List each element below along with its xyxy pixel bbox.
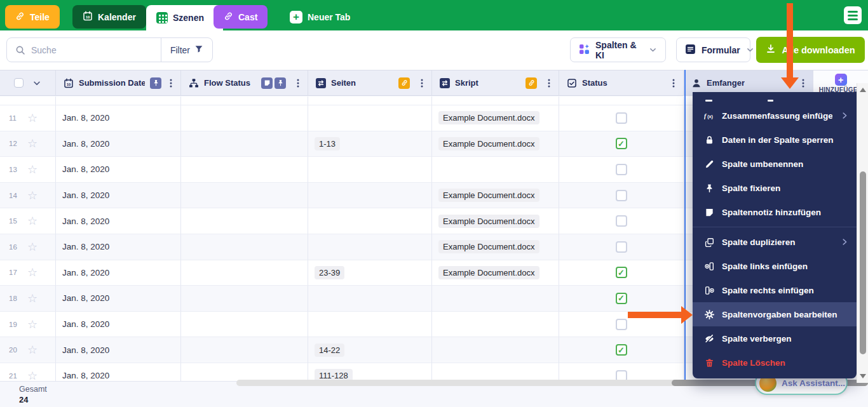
star-icon[interactable]: ☆: [27, 241, 37, 253]
cell-submission-date[interactable]: Jan. 8, 2020: [56, 337, 181, 363]
cell-submission-date[interactable]: Jan. 8, 2020: [56, 234, 181, 260]
status-checkbox-unchecked[interactable]: [616, 319, 627, 330]
star-icon[interactable]: ☆: [27, 190, 37, 201]
header-flow-status[interactable]: Flow Status: [181, 70, 308, 95]
columns-ai-button[interactable]: Spalten & KI: [570, 37, 666, 62]
cell-submission-date[interactable]: Jan. 8, 2020: [56, 312, 181, 338]
menu-item-spalte-verbergen[interactable]: Spalte verbergen: [693, 326, 857, 350]
cell-flow-status[interactable]: [181, 312, 308, 338]
menu-item-spalte-fixieren[interactable]: Spalte fixieren: [693, 176, 857, 200]
cell-submission-date[interactable]: Jan. 8, 2020: [56, 208, 181, 234]
tab-neuer-tab[interactable]: + Neuer Tab: [280, 5, 360, 29]
cell-flow-status[interactable]: [181, 208, 308, 234]
column-menu-dots-icon[interactable]: [294, 78, 302, 88]
status-checkbox-checked[interactable]: ✓: [616, 344, 627, 356]
menu-item-daten-in-der-spalte-sperren[interactable]: Daten in der Spalte sperren: [693, 128, 857, 152]
vertical-scrollbar[interactable]: [857, 83, 868, 383]
cell-skript[interactable]: Example Document.docx: [432, 183, 559, 209]
column-menu-dots-icon[interactable]: [669, 78, 678, 88]
select-all-checkbox[interactable]: [14, 78, 24, 88]
tab-szenen[interactable]: Szenen: [146, 5, 223, 30]
star-icon[interactable]: ☆: [27, 112, 37, 124]
search-input[interactable]: [31, 45, 161, 55]
filter-button[interactable]: Filter: [161, 38, 212, 62]
cell-flow-status[interactable]: [181, 337, 308, 363]
cell-flow-status[interactable]: [181, 183, 308, 209]
cell-seiten[interactable]: [308, 157, 432, 183]
header-submission-date[interactable]: 10 Submission Date: [56, 70, 181, 95]
menu-item-spalte-rechts-einf-gen[interactable]: Spalte rechts einfügen: [693, 278, 857, 302]
cell-submission-date[interactable]: Jan. 8, 2020: [56, 131, 181, 157]
cell-seiten[interactable]: [308, 208, 432, 234]
chevron-down-icon[interactable]: [32, 79, 41, 88]
status-checkbox-checked[interactable]: ✓: [616, 267, 627, 278]
vertical-scrollbar-thumb[interactable]: [860, 171, 866, 354]
menu-item-spaltenvorgaben-bearbeiten[interactable]: Spaltenvorgaben bearbeiten: [693, 302, 857, 326]
menu-item-spaltennotiz-hinzuf-gen[interactable]: Spaltennotiz hinzufügen: [693, 200, 857, 224]
star-icon[interactable]: ☆: [27, 319, 37, 330]
form-button[interactable]: Formular: [676, 37, 750, 62]
status-checkbox-unchecked[interactable]: [616, 164, 627, 175]
star-icon[interactable]: ☆: [27, 138, 37, 149]
tab-teile[interactable]: Teile: [5, 5, 60, 29]
cell-seiten[interactable]: 1-13: [308, 131, 432, 157]
column-menu-dots-icon[interactable]: [166, 78, 175, 88]
scroll-up-arrow-icon[interactable]: [860, 88, 866, 92]
cell-flow-status[interactable]: [181, 260, 308, 286]
cell-seiten[interactable]: [308, 286, 432, 312]
cell-seiten[interactable]: [308, 234, 432, 260]
column-menu-dots-icon[interactable]: [545, 78, 553, 88]
cell-submission-date[interactable]: Jan. 8, 2020: [56, 260, 181, 286]
status-checkbox-checked[interactable]: ✓: [616, 293, 627, 304]
cell-submission-date[interactable]: Jan. 8, 2020: [56, 157, 181, 183]
header-skript[interactable]: Skript: [432, 70, 559, 95]
cell-submission-date[interactable]: Jan. 8, 2020: [56, 183, 181, 209]
cell-flow-status[interactable]: [181, 105, 308, 131]
tab-kalender[interactable]: 10 Kalender: [72, 5, 146, 29]
header-status[interactable]: Status: [559, 70, 684, 95]
cell-flow-status[interactable]: [181, 234, 308, 260]
scroll-down-arrow-icon[interactable]: [860, 374, 866, 378]
menu-item-partial[interactable]: [693, 92, 857, 103]
cell-flow-status[interactable]: [181, 157, 308, 183]
cell-skript[interactable]: Example Document.docx: [432, 208, 559, 234]
star-icon[interactable]: ☆: [27, 370, 37, 382]
cell-skript[interactable]: Example Document.docx: [432, 234, 559, 260]
cell-seiten[interactable]: [308, 312, 432, 338]
status-checkbox-unchecked[interactable]: [616, 190, 627, 201]
cell-seiten[interactable]: 23-39: [308, 260, 432, 286]
status-checkbox-unchecked[interactable]: [616, 241, 627, 253]
star-icon[interactable]: ☆: [27, 215, 37, 227]
cell-skript[interactable]: [432, 157, 559, 183]
column-menu-dots-icon[interactable]: [799, 78, 808, 88]
menu-item-spalte-links-einf-gen[interactable]: Spalte links einfügen: [693, 254, 857, 278]
cell-skript[interactable]: Example Document.docx: [432, 131, 559, 157]
menu-item-zusammenfassung-einf-gen[interactable]: f(x)Zusammenfassung einfügen: [693, 103, 857, 128]
menu-item-spalte-duplizieren[interactable]: Spalte duplizieren: [693, 230, 857, 254]
star-icon[interactable]: ☆: [27, 293, 37, 304]
download-all-button[interactable]: Alle downloaden: [756, 37, 865, 63]
cell-skript[interactable]: Example Document.docx: [432, 260, 559, 286]
cell-seiten[interactable]: [308, 183, 432, 209]
cell-submission-date[interactable]: Jan. 8, 2020: [56, 105, 181, 131]
cell-seiten[interactable]: 14-22: [308, 337, 432, 363]
cell-seiten[interactable]: [308, 105, 432, 131]
menu-item-spalte-l-schen[interactable]: Spalte Löschen: [693, 350, 857, 375]
cell-skript[interactable]: [432, 312, 559, 338]
cell-flow-status[interactable]: [181, 286, 308, 312]
star-icon[interactable]: ☆: [27, 267, 37, 278]
column-menu-dots-icon[interactable]: [417, 78, 426, 88]
star-icon[interactable]: ☆: [27, 164, 37, 175]
status-checkbox-unchecked[interactable]: [616, 112, 627, 124]
status-checkbox-checked[interactable]: ✓: [616, 138, 627, 149]
cell-skript[interactable]: Example Document.docx: [432, 105, 559, 131]
menu-item-spalte-umbenennen[interactable]: Spalte umbenennen: [693, 152, 857, 176]
cell-skript[interactable]: [432, 286, 559, 312]
tab-cast[interactable]: Cast: [214, 5, 268, 29]
cell-submission-date[interactable]: Jan. 8, 2020: [56, 286, 181, 312]
header-seiten[interactable]: Seiten: [308, 70, 432, 95]
header-select-all[interactable]: [0, 70, 56, 95]
cell-flow-status[interactable]: [181, 131, 308, 157]
star-icon[interactable]: ☆: [27, 344, 37, 356]
hamburger-menu-icon[interactable]: [844, 6, 862, 24]
